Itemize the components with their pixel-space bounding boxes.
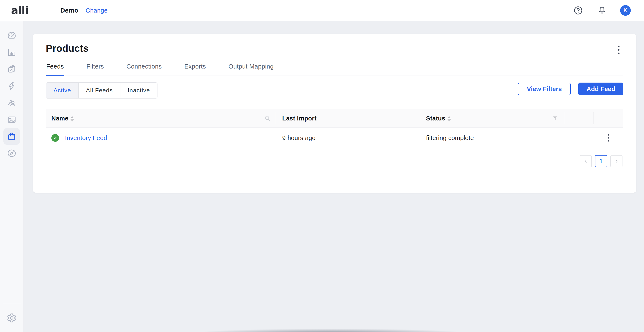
tab-output-mapping[interactable]: Output Mapping [228, 63, 274, 76]
workspace-name: Demo [60, 7, 78, 14]
sidebar-item-dashboard[interactable] [4, 27, 20, 44]
tab-feeds[interactable]: Feeds [46, 63, 64, 76]
clipboard-check-icon [7, 64, 16, 74]
page-number-button[interactable]: 1 [595, 155, 607, 167]
topbar-actions: K [573, 5, 631, 16]
main-content: Products Feeds Filters Connections Expor… [24, 21, 644, 332]
app-root: alli Demo Change K [0, 0, 644, 332]
chevron-left-icon [583, 159, 588, 164]
last-import-value: 9 hours ago [282, 135, 316, 142]
status-value: filtering complete [426, 135, 474, 142]
user-avatar[interactable]: K [620, 5, 631, 16]
name-search-icon[interactable] [264, 115, 271, 122]
help-icon[interactable] [573, 5, 583, 15]
row-cell-last-import: 9 hours ago [276, 135, 420, 142]
sidebar-bottom [0, 304, 23, 332]
logo-divider [38, 5, 38, 15]
row-overflow-menu-icon[interactable] [604, 132, 613, 144]
feed-active-check-icon [51, 134, 59, 142]
feed-name-link[interactable]: Inventory Feed [65, 135, 107, 142]
name-sort-carets-icon[interactable] [70, 116, 74, 122]
header-divider [564, 112, 564, 124]
feeds-controls-row: Active All Feeds Inactive View Filters A… [46, 82, 623, 99]
gear-icon [7, 313, 16, 323]
products-card: Products Feeds Filters Connections Expor… [33, 34, 636, 193]
status-sort-carets-icon[interactable] [448, 116, 451, 122]
sidebar-divider [2, 304, 21, 304]
sidebar-item-discover[interactable] [4, 145, 20, 162]
row-cell-name: Inventory Feed [46, 134, 276, 142]
notifications-bell-icon[interactable] [597, 5, 607, 15]
sidebar-item-analytics[interactable] [4, 44, 20, 61]
row-cell-status: filtering complete [420, 135, 564, 142]
header-cell-status: Status [420, 115, 564, 122]
tab-connections[interactable]: Connections [126, 63, 162, 76]
prev-page-button[interactable] [580, 155, 592, 167]
change-workspace-link[interactable]: Change [86, 7, 108, 14]
sidebar-item-products[interactable] [4, 128, 20, 145]
header-cell-last-import: Last Import [276, 115, 420, 122]
tab-bar: Feeds Filters Connections Exports Output… [46, 63, 623, 76]
row-cell-actions [594, 132, 624, 144]
next-page-button[interactable] [610, 155, 622, 167]
users-icon [7, 98, 16, 108]
sidebar-item-creative[interactable] [4, 111, 20, 128]
sidebar-item-settings[interactable] [4, 310, 20, 326]
tab-exports[interactable]: Exports [184, 63, 206, 76]
table-row[interactable]: Inventory Feed 9 hours ago filtering com… [46, 128, 623, 148]
chevron-right-icon [614, 159, 619, 164]
scope-inactive-button[interactable]: Inactive [120, 83, 157, 98]
lightning-icon [7, 81, 16, 91]
page-title: Products [46, 43, 89, 54]
sidebar-item-tasks[interactable] [4, 61, 20, 77]
sidebar-nav [0, 21, 24, 332]
gauge-icon [7, 31, 16, 40]
shopping-bag-icon [7, 132, 16, 141]
header-cell-name: Name [46, 115, 276, 122]
tab-filters[interactable]: Filters [86, 63, 104, 76]
table-header-row: Name Last Import Status [46, 109, 623, 128]
name-column-label: Name [51, 115, 68, 122]
feed-scope-segmented-control: Active All Feeds Inactive [46, 82, 158, 99]
bar-chart-icon [7, 47, 16, 57]
card-overflow-menu-icon[interactable] [614, 44, 623, 55]
status-column-label: Status [426, 115, 445, 122]
scope-active-button[interactable]: Active [46, 83, 78, 98]
top-bar: alli Demo Change K [0, 0, 644, 21]
card-header: Products [46, 43, 623, 55]
add-feed-button[interactable]: Add Feed [578, 83, 623, 95]
status-filter-funnel-icon[interactable] [552, 115, 558, 121]
alli-logo[interactable]: alli [11, 4, 28, 16]
last-import-column-label: Last Import [282, 115, 316, 122]
sidebar-item-audiences[interactable] [4, 95, 20, 111]
pagination: 1 [46, 155, 623, 167]
bottom-window-shadow [192, 329, 469, 332]
sidebar-item-automation[interactable] [4, 78, 20, 94]
compass-icon [7, 148, 16, 158]
image-icon [7, 115, 16, 125]
feed-action-buttons: View Filters Add Feed [518, 83, 623, 95]
scope-all-feeds-button[interactable]: All Feeds [78, 83, 120, 98]
view-filters-button[interactable]: View Filters [518, 83, 571, 95]
header-divider [594, 112, 594, 124]
feeds-table: Name Last Import Status [46, 109, 623, 148]
